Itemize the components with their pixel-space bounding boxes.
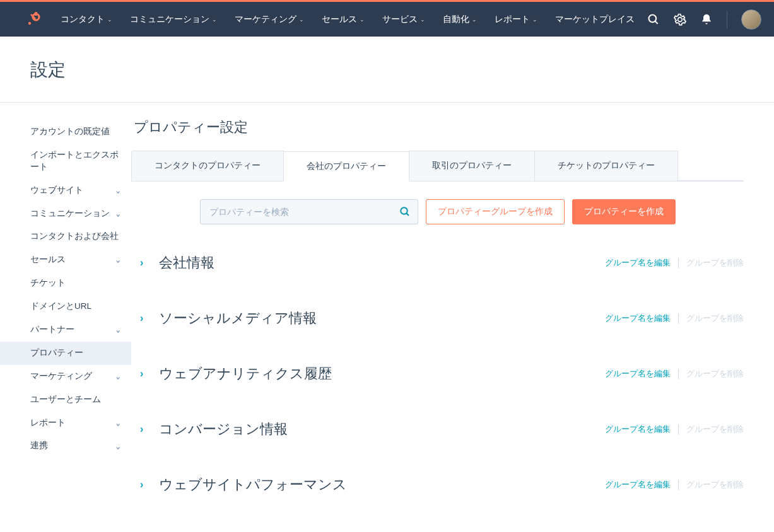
chevron-down-icon: ⌄ [115, 439, 121, 453]
sidebar-item-9[interactable]: プロパティー [0, 342, 131, 365]
tab-ticket-properties[interactable]: チケットのプロパティー [534, 151, 678, 181]
search-icon[interactable] [399, 206, 411, 217]
group-title: ウェブサイトパフォーマンス [159, 475, 605, 494]
create-property-group-button[interactable]: プロパティーグループを作成 [426, 199, 565, 224]
hubspot-logo-icon[interactable] [24, 10, 43, 29]
expand-caret-icon[interactable]: › [140, 313, 159, 324]
group-title: コンバージョン情報 [159, 420, 605, 439]
action-divider [678, 424, 679, 434]
property-group-0: ›会社情報グループ名を編集グループを削除 [131, 253, 744, 272]
action-divider [678, 369, 679, 379]
group-title: 会社情報 [159, 253, 605, 272]
sidebar-item-label: 連携 [30, 440, 48, 452]
nav-item-marketing[interactable]: マーケティング⌄ [235, 14, 304, 25]
sidebar-item-label: ウェブサイト [30, 185, 83, 197]
expand-caret-icon[interactable]: › [140, 257, 159, 269]
edit-group-name-link[interactable]: グループ名を編集 [605, 479, 671, 490]
sidebar-item-label: ドメインとURL [30, 301, 91, 313]
settings-gear-icon[interactable] [674, 13, 686, 26]
chevron-down-icon: ⌄ [115, 369, 121, 383]
svg-line-8 [406, 213, 409, 216]
sidebar-item-12[interactable]: レポート⌄ [0, 412, 131, 435]
nav-item-communication[interactable]: コミュニケーション⌄ [130, 14, 217, 25]
sidebar-item-label: レポート [30, 417, 66, 429]
delete-group-link: グループを削除 [686, 313, 744, 324]
svg-point-0 [28, 21, 31, 24]
action-row: プロパティーグループを作成 プロパティーを作成 [131, 199, 744, 224]
sidebar-item-3[interactable]: コミュニケーション⌄ [0, 202, 131, 226]
nav-item-marketplace[interactable]: マーケットプレイス⌄ [555, 14, 637, 25]
chevron-down-icon: ⌄ [115, 207, 121, 221]
sidebar-item-2[interactable]: ウェブサイト⌄ [0, 179, 131, 202]
sidebar-item-6[interactable]: チケット [0, 272, 131, 295]
action-divider [678, 258, 679, 268]
sidebar-item-label: プロパティー [30, 347, 83, 359]
tab-deal-properties[interactable]: 取引のプロパティー [409, 151, 535, 181]
tab-company-properties[interactable]: 会社のプロパティー [283, 151, 409, 182]
search-icon[interactable] [647, 13, 660, 26]
sidebar-item-10[interactable]: マーケティング⌄ [0, 365, 131, 388]
delete-group-link: グループを削除 [686, 257, 744, 269]
sidebar-item-label: ユーザーとチーム [30, 394, 101, 406]
search-input[interactable] [200, 199, 418, 224]
property-group-4: ›ウェブサイトパフォーマンスグループ名を編集グループを削除 [131, 475, 744, 494]
group-actions: グループ名を編集グループを削除 [605, 424, 744, 435]
chevron-down-icon: ⌄ [115, 253, 121, 267]
sidebar-item-label: マーケティング [30, 371, 92, 383]
group-actions: グループ名を編集グループを削除 [605, 313, 744, 324]
delete-group-link: グループを削除 [686, 424, 744, 435]
sidebar-item-5[interactable]: セールス⌄ [0, 248, 131, 272]
tab-contact-properties[interactable]: コンタクトのプロパティー [131, 151, 284, 181]
sidebar-item-8[interactable]: パートナー⌄ [0, 318, 131, 342]
property-group-3: ›コンバージョン情報グループ名を編集グループを削除 [131, 420, 744, 439]
group-title: ソーシャルメディア情報 [159, 309, 605, 328]
sidebar-item-11[interactable]: ユーザーとチーム [0, 388, 131, 412]
group-actions: グループ名を編集グループを削除 [605, 479, 744, 490]
nav-item-sales[interactable]: セールス⌄ [322, 14, 365, 25]
property-tabs: コンタクトのプロパティー 会社のプロパティー 取引のプロパティー チケットのプロ… [131, 151, 744, 182]
sidebar-item-label: アカウントの既定値 [30, 126, 110, 138]
nav-divider [727, 11, 727, 28]
nav-item-service[interactable]: サービス⌄ [382, 14, 425, 25]
action-divider [678, 480, 679, 490]
edit-group-name-link[interactable]: グループ名を編集 [605, 313, 671, 324]
nav-item-contacts[interactable]: コンタクト⌄ [61, 14, 112, 25]
nav-item-reports[interactable]: レポート⌄ [495, 14, 537, 25]
sidebar-item-0[interactable]: アカウントの既定値 [0, 120, 131, 144]
chevron-down-icon: ⌄ [115, 416, 121, 430]
sidebar-item-label: インポートとエクスポート [30, 149, 121, 173]
delete-group-link: グループを削除 [686, 368, 744, 379]
page-title: 設定 [30, 58, 744, 82]
action-divider [678, 313, 679, 323]
edit-group-name-link[interactable]: グループ名を編集 [605, 368, 671, 379]
property-search [200, 199, 418, 224]
create-property-button[interactable]: プロパティーを作成 [572, 199, 676, 224]
chevron-down-icon: ⌄ [115, 323, 121, 337]
sidebar-item-13[interactable]: 連携⌄ [0, 434, 131, 458]
sidebar-item-1[interactable]: インポートとエクスポート [0, 144, 131, 179]
sidebar-item-label: パートナー [30, 324, 74, 336]
edit-group-name-link[interactable]: グループ名を編集 [605, 424, 671, 435]
sidebar-item-7[interactable]: ドメインとURL [0, 295, 131, 318]
top-nav: コンタクト⌄ コミュニケーション⌄ マーケティング⌄ セールス⌄ サービス⌄ 自… [0, 2, 774, 37]
expand-caret-icon[interactable]: › [140, 424, 159, 435]
delete-group-link: グループを削除 [686, 479, 744, 490]
user-avatar[interactable] [741, 9, 761, 30]
edit-group-name-link[interactable]: グループ名を編集 [605, 257, 671, 269]
nav-item-automation[interactable]: 自動化⌄ [443, 14, 477, 25]
chevron-down-icon: ⌄ [115, 183, 121, 197]
nav-right [647, 9, 761, 30]
group-actions: グループ名を編集グループを削除 [605, 368, 744, 379]
group-actions: グループ名を編集グループを削除 [605, 257, 744, 269]
notifications-bell-icon[interactable] [700, 13, 713, 26]
page-header: 設定 [0, 37, 774, 103]
sidebar-item-4[interactable]: コンタクトおよび会社 [0, 225, 131, 248]
sidebar-item-label: セールス [30, 254, 66, 266]
expand-caret-icon[interactable]: › [140, 479, 159, 490]
svg-point-7 [401, 207, 408, 214]
svg-line-6 [655, 21, 658, 23]
settings-sidebar: アカウントの既定値インポートとエクスポートウェブサイト⌄コミュニケーション⌄コン… [0, 103, 131, 532]
section-title: プロパティー設定 [134, 118, 744, 137]
expand-caret-icon[interactable]: › [140, 368, 159, 379]
property-group-1: ›ソーシャルメディア情報グループ名を編集グループを削除 [131, 309, 744, 328]
